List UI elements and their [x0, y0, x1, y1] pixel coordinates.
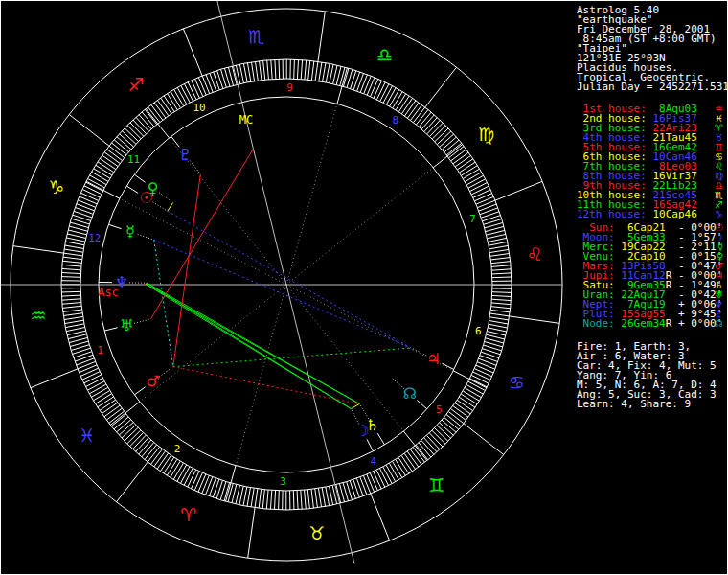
degree-tick [181, 85, 190, 103]
house-cusp-line [86, 181, 120, 198]
degree-tick [294, 59, 295, 79]
degree-tick [318, 488, 321, 507]
degree-tick [461, 166, 477, 176]
planet-row: Node: 26Gem34R + 0°00'☊ [577, 319, 726, 329]
sign-boundary [248, 508, 255, 558]
degree-tick [489, 317, 509, 320]
sign-boundary [116, 462, 148, 502]
degree-tick [453, 152, 468, 164]
degree-tick [271, 60, 272, 80]
planet-pointer [377, 433, 384, 445]
degree-tick [488, 234, 506, 238]
stat-learn-share: Learn: 4, Share: 9 [577, 400, 726, 409]
degree-tick [389, 463, 398, 479]
degree-tick [67, 331, 85, 334]
degree-tick [474, 194, 491, 201]
degree-tick [184, 84, 193, 102]
degree-tick [471, 375, 489, 383]
planet-position: 26Gem34 [615, 317, 666, 330]
planet-connector [159, 193, 171, 201]
zodiac-sign-glyph: ♎ [376, 44, 393, 65]
planet-icon: ☊ [715, 318, 723, 329]
degree-tick [489, 242, 508, 245]
planet-glyph-pluto: ♇ [178, 146, 192, 164]
zodiac-sign-glyph: ♏ [248, 26, 264, 47]
chart-wheel: ♈♉♊♋♌♍♎♏♐♑♒♓123456789101112☉☽☿♀♂♃♄♅♆♇☊As… [0, 0, 575, 575]
degree-tick [67, 234, 85, 239]
degree-tick [194, 472, 202, 490]
sign-boundary [31, 369, 78, 388]
degree-tick [488, 238, 507, 242]
planet-connector [138, 234, 152, 239]
planet-connector [159, 368, 171, 377]
degree-tick [61, 272, 80, 273]
house-number: 3 [280, 475, 286, 488]
house-number: 11 [127, 153, 140, 166]
degree-tick [177, 87, 187, 104]
house-number: 9 [286, 81, 293, 94]
degree-tick [491, 269, 511, 270]
degree-tick [61, 295, 80, 296]
house-number: 8 [393, 114, 399, 126]
julian-day: Julian Day = 2452271.5312 [577, 82, 726, 92]
degree-tick [407, 451, 419, 467]
degree-tick [374, 80, 381, 98]
degree-tick [274, 491, 275, 510]
degree-tick [319, 62, 322, 81]
degree-tick [315, 61, 318, 80]
degree-tick [198, 474, 206, 492]
degree-tick [154, 451, 166, 467]
zodiac-sign-glyph: ♐ [128, 74, 145, 95]
degree-tick [386, 465, 396, 482]
house-number: 12 [88, 232, 101, 244]
degree-tick [78, 200, 96, 208]
planet-connector [152, 202, 166, 210]
house-number: 7 [469, 213, 476, 225]
degree-tick [77, 358, 95, 365]
degree-tick [160, 455, 171, 472]
degree-tick [104, 152, 120, 164]
degree-tick [100, 400, 116, 410]
degree-tick [463, 169, 479, 178]
planet-glyph-saturn: ♄ [366, 416, 379, 434]
degree-tick [63, 313, 82, 316]
degree-tick [453, 406, 468, 418]
degree-tick [326, 63, 330, 82]
zodiac-sign-glyph: ♒ [30, 305, 46, 326]
aspect-line-trine [147, 285, 359, 403]
degree-tick [157, 100, 168, 115]
house-cusp-value: 10Cap46 [647, 208, 697, 220]
degree-tick [177, 465, 187, 481]
planet-pointer [134, 174, 145, 182]
degree-tick [380, 84, 389, 102]
degree-tick [360, 75, 367, 93]
planet-glyph-uranus: ♅ [120, 316, 133, 334]
degree-tick [465, 388, 481, 398]
degree-tick [270, 490, 271, 509]
degree-tick [63, 310, 82, 311]
degree-tick [247, 488, 250, 507]
degree-tick [401, 98, 412, 114]
degree-tick [80, 196, 97, 204]
degree-tick [96, 165, 112, 175]
degree-tick [188, 82, 196, 100]
sign-boundary [495, 181, 542, 200]
zodiac-sign-glyph: ♊ [428, 474, 444, 495]
degree-tick [168, 94, 178, 110]
degree-tick [65, 324, 84, 328]
midheaven-label: MC [239, 113, 253, 126]
degree-tick [251, 62, 254, 81]
degree-tick [491, 307, 511, 309]
aspect-line-trine [173, 348, 411, 367]
sign-boundary [13, 246, 63, 253]
degree-tick [80, 368, 98, 376]
degree-tick [297, 491, 298, 510]
degree-tick [247, 63, 250, 82]
degree-tick [491, 303, 511, 305]
degree-tick [477, 362, 495, 370]
degree-tick [398, 96, 409, 112]
planet-pointer [134, 387, 145, 395]
degree-tick [198, 78, 206, 95]
zodiac-sign-icon: ♑ [715, 209, 723, 219]
degree-tick [96, 394, 112, 404]
